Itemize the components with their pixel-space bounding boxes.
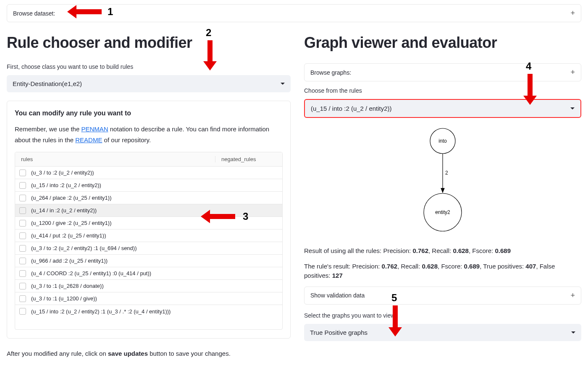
rule-text: (u_414 / put :2 (u_25 / entity1)) [31,232,106,239]
row-checkbox[interactable] [19,270,26,277]
class-select[interactable]: Entity-Destination(e1,e2) [7,75,291,92]
single-rule-result: The rule's result: Precision: 0.762, Rec… [304,262,581,281]
rules-panel: You can modify any rule you want to Reme… [7,101,291,339]
readme-link[interactable]: README [75,136,102,143]
plus-icon: + [570,68,575,77]
rule-text: (u_3 / to :2 (u_2 / entity2) :1 (u_694 /… [31,245,136,251]
plus-icon: + [570,291,575,300]
chevron-down-icon [571,331,575,334]
browse-graphs-label: Browse graphs: [310,69,351,76]
graph-node-entity2: entity2 [435,209,450,215]
graph-filter-value: True Positive graphs [310,329,368,336]
show-validation-label: Show validation data [310,292,365,299]
graph-visualization: into 2 entity2 [304,126,581,235]
graph-filter-select[interactable]: True Positive graphs [304,324,581,341]
rule-text: (u_15 / into :2 (u_2 / entity2) :1 (u_3 … [31,308,171,315]
table-row[interactable]: (u_4 / COORD :2 (u_25 / entity1) :0 (u_4… [15,267,282,280]
row-checkbox[interactable] [19,232,26,239]
graph-svg: into 2 entity2 [401,126,485,235]
notation-paragraph: Remember, we use the PENMAN notation to … [15,124,283,145]
browse-dataset-expander[interactable]: Browse dataset: + [7,4,581,22]
rule-select-value: (u_15 / into :2 (u_2 / entity2)) [311,105,392,112]
rule-text: (u_15 / into :2 (u_2 / entity2)) [31,182,101,188]
right-heading: Graph viewer and evaluator [304,34,581,52]
browse-dataset-label: Browse dataset: [13,10,55,17]
table-row[interactable]: (u_264 / place :2 (u_25 / entity1)) [15,192,282,204]
row-checkbox[interactable] [19,195,26,201]
th-rules: rules [15,156,215,162]
table-row[interactable]: (u_15 / into :2 (u_2 / entity2) :1 (u_3 … [15,305,282,318]
chevron-down-icon [570,107,575,110]
left-heading: Rule chooser and modifier [7,34,291,52]
row-checkbox[interactable] [19,220,26,227]
row-checkbox[interactable] [19,258,26,264]
table-header: rules negated_rules [15,152,282,167]
table-row[interactable]: (u_3 / to :1 (u_1200 / give)) [15,292,282,305]
plus-icon: + [570,9,575,18]
show-validation-expander[interactable]: Show validation data + [304,287,581,305]
row-checkbox[interactable] [19,169,26,176]
class-select-value: Entity-Destination(e1,e2) [13,80,82,87]
table-row[interactable]: (u_3 / to :2 (u_2 / entity2) :1 (u_694 /… [15,242,282,255]
row-checkbox[interactable] [19,245,26,252]
after-text: After you modified any rule, click on sa… [7,349,291,359]
rule-text: (u_4 / COORD :2 (u_25 / entity1) :0 (u_4… [31,270,151,276]
rule-text: (u_1200 / give :2 (u_25 / entity1)) [31,220,112,226]
rule-text: (u_3 / to :1 (u_2628 / donate)) [31,283,104,289]
table-row[interactable]: (u_14 / in :2 (u_2 / entity2)) [15,204,282,217]
table-row[interactable]: (u_414 / put :2 (u_25 / entity1)) [15,229,282,242]
rule-text: (u_3 / to :1 (u_1200 / give)) [31,295,97,302]
row-checkbox[interactable] [19,308,26,315]
table-row[interactable]: (u_3 / to :1 (u_2628 / donate)) [15,280,282,292]
choose-class-label: First, choose class you want to use to b… [7,63,291,70]
all-rules-result: Result of using all the rules: Precision… [304,246,581,256]
rule-text: (u_966 / add :2 (u_25 / entity1)) [31,258,108,264]
table-row[interactable]: (u_15 / into :2 (u_2 / entity2)) [15,179,282,192]
modify-heading: You can modify any rule you want to [15,110,283,117]
penman-link[interactable]: PENMAN [81,125,108,133]
browse-graphs-expander[interactable]: Browse graphs: + [304,63,581,81]
row-checkbox[interactable] [19,207,26,214]
graph-edge-label: 2 [445,170,448,176]
table-row[interactable]: (u_966 / add :2 (u_25 / entity1)) [15,255,282,267]
rules-table: rules negated_rules (u_3 / to :2 (u_2 / … [15,152,283,330]
select-graphs-label: Select the graphs you want to view [304,312,581,319]
chevron-down-icon [281,83,285,85]
rule-select[interactable]: (u_15 / into :2 (u_2 / entity2)) [304,99,581,118]
row-checkbox[interactable] [19,283,26,289]
rule-text: (u_3 / to :2 (u_2 / entity2)) [31,169,94,176]
table-footer [15,318,282,329]
rule-text: (u_264 / place :2 (u_25 / entity1)) [31,195,112,201]
table-row[interactable]: (u_1200 / give :2 (u_25 / entity1)) [15,217,282,229]
row-checkbox[interactable] [19,295,26,302]
table-row[interactable]: (u_3 / to :2 (u_2 / entity2)) [15,167,282,179]
rule-text: (u_14 / in :2 (u_2 / entity2)) [31,207,97,214]
th-negated: negated_rules [215,156,282,162]
graph-node-into: into [438,138,447,144]
choose-rules-label: Choose from the rules [304,87,581,94]
row-checkbox[interactable] [19,182,26,189]
